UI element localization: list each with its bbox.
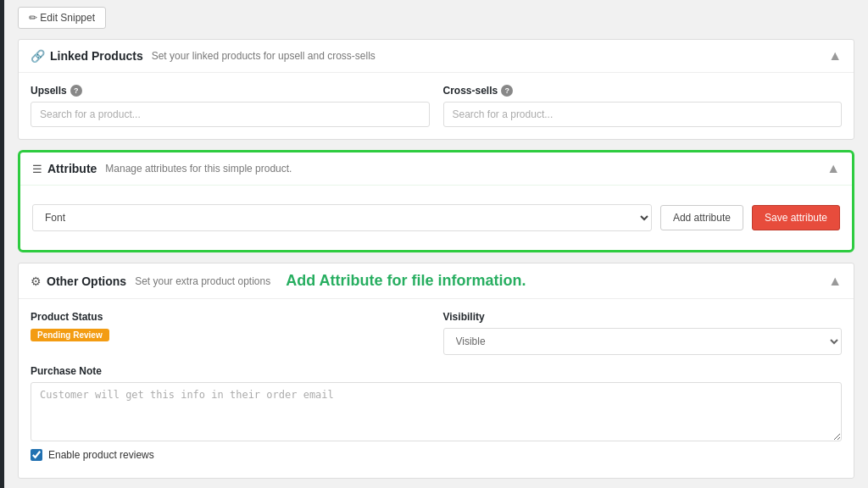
main-content: ✏ Edit Snippet 🔗 Linked Products Set you… — [4, 0, 868, 488]
upsells-input[interactable] — [31, 102, 430, 127]
attribute-panel: ☰ Attribute Manage attributes for this s… — [18, 150, 854, 252]
attribute-chevron[interactable]: ▲ — [826, 161, 840, 176]
other-options-header-left: ⚙ Other Options Set your extra product o… — [31, 272, 526, 290]
product-status-field: Product Status Pending Review — [31, 311, 430, 355]
visibility-label: Visibility — [443, 311, 843, 323]
other-options-header: ⚙ Other Options Set your extra product o… — [19, 263, 854, 299]
linked-products-title: Linked Products — [50, 49, 143, 63]
other-options-panel: ⚙ Other Options Set your extra product o… — [18, 263, 854, 479]
linked-products-chevron[interactable]: ▲ — [828, 48, 842, 64]
visibility-field: Visibility Visible Hidden Private — [443, 311, 843, 355]
enable-reviews-row: Enable product reviews — [31, 444, 842, 466]
gear-icon: ⚙ — [31, 274, 42, 288]
add-attribute-button[interactable]: Add attribute — [660, 205, 743, 230]
edit-snippet-bar: ✏ Edit Snippet — [18, 0, 854, 39]
attribute-body: Font Color Size Material Add attribute S… — [20, 186, 852, 250]
attribute-subtitle: Manage attributes for this simple produc… — [105, 163, 292, 175]
enable-reviews-label: Enable product reviews — [48, 449, 154, 461]
linked-products-body: Upsells ? Cross-sells ? — [19, 73, 854, 139]
upsells-label: Upsells ? — [31, 85, 430, 97]
other-options-title: Other Options — [47, 274, 126, 288]
attribute-dropdown[interactable]: Font Color Size Material — [32, 204, 652, 231]
link-icon: 🔗 — [31, 49, 45, 63]
linked-products-fields: Upsells ? Cross-sells ? — [31, 85, 842, 127]
save-attribute-button[interactable]: Save attribute — [752, 205, 840, 230]
other-options-chevron[interactable]: ▲ — [828, 274, 842, 289]
cross-sells-help-icon[interactable]: ? — [501, 85, 513, 97]
attribute-header: ☰ Attribute Manage attributes for this s… — [20, 152, 852, 186]
cross-sells-field: Cross-sells ? — [443, 85, 843, 127]
purchase-note-label: Purchase Note — [31, 365, 842, 377]
purchase-note-field: Purchase Note — [31, 365, 842, 444]
other-options-subtitle: Set your extra product options — [135, 275, 270, 287]
other-options-fields: Product Status Pending Review Visibility… — [31, 311, 842, 355]
linked-products-header: 🔗 Linked Products Set your linked produc… — [19, 40, 854, 73]
annotation-text: Add Attribute for file information. — [286, 272, 526, 290]
attribute-header-left: ☰ Attribute Manage attributes for this s… — [32, 162, 292, 175]
purchase-note-textarea[interactable] — [31, 382, 842, 441]
visibility-select[interactable]: Visible Hidden Private — [443, 328, 843, 355]
linked-products-panel: 🔗 Linked Products Set your linked produc… — [18, 39, 854, 140]
upsells-field: Upsells ? — [31, 85, 430, 127]
cross-sells-input[interactable] — [443, 102, 843, 127]
linked-products-subtitle: Set your linked products for upsell and … — [152, 50, 376, 62]
attribute-title: Attribute — [47, 162, 97, 175]
attribute-row: Font Color Size Material Add attribute S… — [32, 197, 840, 238]
linked-products-header-left: 🔗 Linked Products Set your linked produc… — [31, 49, 376, 63]
upsells-help-icon[interactable]: ? — [70, 85, 82, 97]
pending-review-badge: Pending Review — [31, 329, 109, 341]
table-icon: ☰ — [32, 163, 42, 175]
enable-reviews-checkbox[interactable] — [31, 449, 42, 461]
cross-sells-label: Cross-sells ? — [443, 85, 843, 97]
other-options-body: Product Status Pending Review Visibility… — [19, 299, 854, 478]
edit-snippet-button[interactable]: ✏ Edit Snippet — [18, 7, 106, 29]
product-status-label: Product Status — [31, 311, 430, 323]
